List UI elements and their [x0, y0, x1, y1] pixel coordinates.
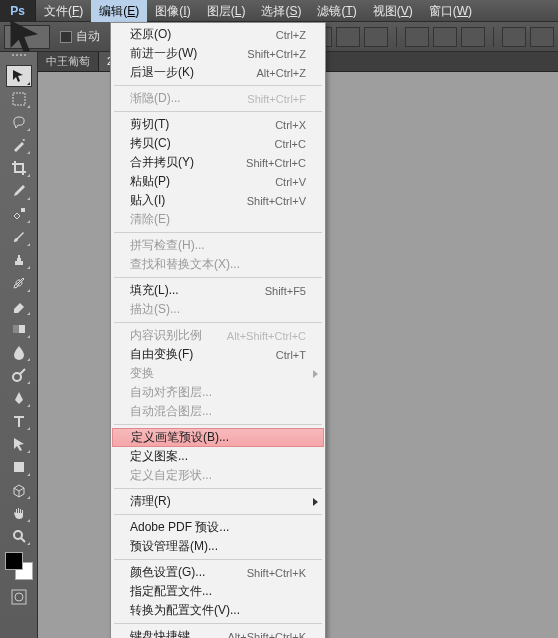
svg-rect-0: [13, 93, 25, 105]
menu-e[interactable]: 编辑(E): [91, 0, 147, 22]
pen-tool[interactable]: [6, 387, 32, 409]
auto-select-label: 自动: [76, 28, 100, 45]
menu-item-label: 填充(L)...: [130, 282, 249, 299]
quick-mask-toggle[interactable]: [6, 586, 32, 608]
menu-item-label: 拷贝(C): [130, 135, 259, 152]
crop-tool-icon: [11, 160, 27, 176]
wand-tool[interactable]: [6, 134, 32, 156]
menu-i[interactable]: 图像(I): [147, 0, 198, 22]
menu-item: 描边(S)...: [112, 300, 324, 319]
path-selection-tool[interactable]: [6, 433, 32, 455]
eyedropper-tool[interactable]: [6, 180, 32, 202]
eraser-tool[interactable]: [6, 295, 32, 317]
blur-tool[interactable]: [6, 341, 32, 363]
align-btn-2[interactable]: [336, 27, 360, 47]
menu-item-label: 贴入(I): [130, 192, 231, 209]
toolbox-handle[interactable]: [3, 54, 35, 62]
menu-item-shortcut: Ctrl+C: [275, 138, 306, 150]
menu-item[interactable]: 后退一步(K)Alt+Ctrl+Z: [112, 63, 324, 82]
svg-rect-2: [18, 255, 20, 258]
menu-item: 查找和替换文本(X)...: [112, 255, 324, 274]
menu-item[interactable]: 剪切(T)Ctrl+X: [112, 115, 324, 134]
menu-item: 拼写检查(H)...: [112, 236, 324, 255]
menu-item-shortcut: Alt+Shift+Ctrl+C: [227, 330, 306, 342]
align-btn-6[interactable]: [461, 27, 485, 47]
dodge-tool[interactable]: [6, 364, 32, 386]
menu-item[interactable]: 粘贴(P)Ctrl+V: [112, 172, 324, 191]
menu-item[interactable]: 拷贝(C)Ctrl+C: [112, 134, 324, 153]
marquee-tool[interactable]: [6, 88, 32, 110]
align-btn-3[interactable]: [364, 27, 388, 47]
svg-point-5: [13, 373, 21, 381]
shape-tool[interactable]: [6, 456, 32, 478]
svg-rect-8: [12, 590, 26, 604]
menu-item[interactable]: 前进一步(W)Shift+Ctrl+Z: [112, 44, 324, 63]
type-tool[interactable]: [6, 410, 32, 432]
menu-item-label: 键盘快捷键...: [130, 628, 211, 638]
hand-tool[interactable]: [6, 502, 32, 524]
menu-item-label: 拼写检查(H)...: [130, 237, 306, 254]
menu-item[interactable]: 还原(O)Ctrl+Z: [112, 25, 324, 44]
menu-item[interactable]: 键盘快捷键...Alt+Shift+Ctrl+K: [112, 627, 324, 638]
quick-mask-icon: [11, 589, 27, 605]
menu-item[interactable]: 填充(L)...Shift+F5: [112, 281, 324, 300]
menu-item-label: 转换为配置文件(V)...: [130, 602, 306, 619]
menu-item: 内容识别比例Alt+Shift+Ctrl+C: [112, 326, 324, 345]
history-brush-tool[interactable]: [6, 272, 32, 294]
type-tool-icon: [11, 413, 27, 429]
menu-item: 渐隐(D)...Shift+Ctrl+F: [112, 89, 324, 108]
menu-item-label: 颜色设置(G)...: [130, 564, 231, 581]
menu-item[interactable]: 颜色设置(G)...Shift+Ctrl+K: [112, 563, 324, 582]
svg-rect-1: [21, 208, 25, 212]
menu-item[interactable]: 预设管理器(M)...: [112, 537, 324, 556]
menu-item[interactable]: 转换为配置文件(V)...: [112, 601, 324, 620]
zoom-tool[interactable]: [6, 525, 32, 547]
crop-tool[interactable]: [6, 157, 32, 179]
gradient-tool[interactable]: [6, 318, 32, 340]
blur-tool-icon: [11, 344, 27, 360]
foreground-color-swatch[interactable]: [5, 552, 23, 570]
separator: [396, 27, 397, 47]
document-tab[interactable]: 中王葡萄: [38, 52, 99, 71]
menu-item[interactable]: 定义画笔预设(B)...: [112, 428, 324, 447]
shape-tool-icon: [11, 459, 27, 475]
menu-item[interactable]: 合并拷贝(Y)Shift+Ctrl+C: [112, 153, 324, 172]
brush-tool[interactable]: [6, 226, 32, 248]
move-tool[interactable]: [6, 65, 32, 87]
menu-l[interactable]: 图层(L): [199, 0, 254, 22]
menu-item[interactable]: Adobe PDF 预设...: [112, 518, 324, 537]
menu-t[interactable]: 滤镜(T): [309, 0, 364, 22]
menu-item[interactable]: 自由变换(F)Ctrl+T: [112, 345, 324, 364]
menu-item: 变换: [112, 364, 324, 383]
current-tool-preset[interactable]: [4, 25, 50, 49]
menu-separator: [114, 111, 322, 112]
menu-separator: [114, 623, 322, 624]
distribute-btn-2[interactable]: [530, 27, 554, 47]
menu-item-label: 清理(R): [130, 493, 306, 510]
svg-point-9: [15, 593, 23, 601]
menu-v[interactable]: 视图(V): [365, 0, 421, 22]
menu-item[interactable]: 贴入(I)Shift+Ctrl+V: [112, 191, 324, 210]
menu-s[interactable]: 选择(S): [253, 0, 309, 22]
menu-item-label: 自动对齐图层...: [130, 384, 306, 401]
lasso-tool[interactable]: [6, 111, 32, 133]
menu-item-label: 内容识别比例: [130, 327, 211, 344]
align-btn-4[interactable]: [405, 27, 429, 47]
clone-stamp-tool[interactable]: [6, 249, 32, 271]
menu-item-label: 清除(E): [130, 211, 306, 228]
distribute-btn-1[interactable]: [502, 27, 526, 47]
healing-brush-tool[interactable]: [6, 203, 32, 225]
menu-item[interactable]: 清理(R): [112, 492, 324, 511]
menu-item[interactable]: 指定配置文件...: [112, 582, 324, 601]
3d-tool[interactable]: [6, 479, 32, 501]
menu-w[interactable]: 窗口(W): [421, 0, 480, 22]
color-swatches[interactable]: [5, 552, 33, 580]
svg-point-7: [14, 531, 22, 539]
menu-item[interactable]: 定义图案...: [112, 447, 324, 466]
menu-item-label: 查找和替换文本(X)...: [130, 256, 306, 273]
auto-select-checkbox[interactable]: 自动: [60, 28, 100, 45]
healing-brush-tool-icon: [11, 206, 27, 222]
align-btn-5[interactable]: [433, 27, 457, 47]
menu-item-label: 自动混合图层...: [130, 403, 306, 420]
3d-tool-icon: [11, 482, 27, 498]
